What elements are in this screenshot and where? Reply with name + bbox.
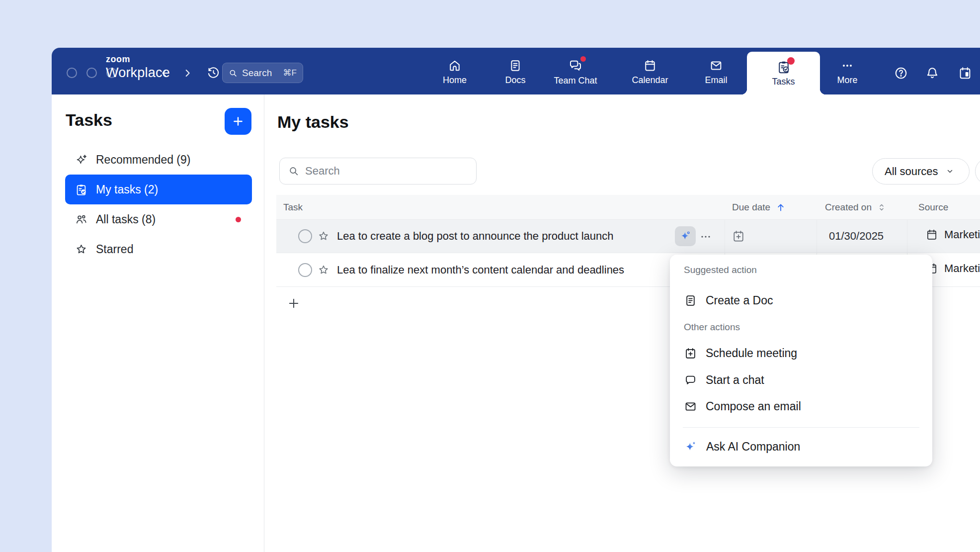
menu-item-label: Compose an email: [706, 400, 801, 413]
search-placeholder: Search: [242, 68, 272, 79]
sidebar-divider[interactable]: [264, 94, 264, 552]
sidebar-item-all-tasks[interactable]: All tasks (8): [65, 204, 252, 234]
star-icon: [75, 243, 88, 256]
sort-both-icon[interactable]: [877, 202, 887, 212]
star-icon[interactable]: [317, 264, 330, 276]
ai-companion-button[interactable]: [675, 226, 696, 246]
menu-section-label: Other actions: [684, 322, 740, 333]
column-divider: [907, 220, 907, 253]
doc-icon: [684, 294, 697, 307]
window-control-minimize[interactable]: [86, 68, 97, 78]
chevron-left-icon: [159, 68, 170, 79]
home-icon: [448, 59, 462, 73]
nav-label: More: [837, 75, 857, 86]
nav-label: Team Chat: [554, 76, 597, 86]
menu-item-label: Schedule meeting: [706, 347, 797, 360]
sidebar-title: Tasks: [66, 110, 112, 130]
history-icon: [206, 66, 221, 80]
chevron-right-icon: [182, 68, 193, 79]
forward-button[interactable]: [182, 68, 193, 79]
source-cell: Marketing: [925, 228, 980, 241]
nav-item-more[interactable]: More: [822, 54, 872, 91]
sidebar-item-label: My tasks (2): [96, 183, 158, 196]
task-checkbox[interactable]: [298, 263, 312, 277]
zoom-workplace-app: zoom Workplace Search ⌘F: [0, 0, 980, 552]
menu-item-create-doc[interactable]: Create a Doc: [684, 289, 922, 311]
sources-filter-value: All sources: [885, 165, 938, 178]
more-icon: [840, 59, 854, 73]
nav-item-tasks-active[interactable]: Tasks: [747, 52, 820, 94]
menu-item-compose-email[interactable]: Compose an email: [684, 395, 922, 417]
menu-item-label: Ask AI Companion: [706, 440, 800, 454]
nav-item-calendar[interactable]: Calendar: [625, 54, 675, 91]
logo-zoom-text: zoom: [106, 55, 170, 64]
search-icon: [229, 69, 238, 78]
menu-item-ask-ai-companion[interactable]: Ask AI Companion: [684, 436, 922, 458]
tasks-search-input[interactable]: Search: [279, 158, 477, 184]
sidebar-item-recommended[interactable]: Recommended (9): [65, 145, 252, 175]
schedule-button[interactable]: [958, 66, 973, 81]
my-tasks-icon: [75, 183, 88, 196]
nav-item-home[interactable]: Home: [430, 54, 480, 91]
menu-item-schedule-meeting[interactable]: Schedule meeting: [684, 342, 922, 364]
search-shortcut: ⌘F: [283, 68, 297, 78]
nav-item-email[interactable]: Email: [691, 54, 741, 91]
column-label: Source: [918, 202, 948, 213]
plus-icon: [231, 114, 245, 128]
bell-icon: [925, 66, 940, 81]
search-icon: [288, 166, 299, 177]
task-actions-menu: Suggested action Create a Doc Other acti…: [670, 255, 932, 466]
nav-label: Docs: [505, 75, 525, 86]
row-more-button[interactable]: [700, 231, 712, 243]
sidebar-item-starred[interactable]: Starred: [65, 234, 252, 264]
task-title[interactable]: Lea to finalize next month’s content cal…: [337, 264, 624, 276]
nav-label: Home: [443, 75, 467, 86]
task-checkbox[interactable]: [298, 229, 312, 243]
calendar-icon: [643, 59, 657, 73]
people-icon: [75, 213, 88, 226]
table-header: Task Due date Created on Source: [276, 195, 980, 220]
nav-item-docs[interactable]: Docs: [490, 54, 540, 91]
sidebar-item-label: All tasks (8): [96, 213, 156, 226]
star-icon[interactable]: [317, 230, 330, 243]
tab-flare: [741, 89, 747, 94]
menu-item-start-chat[interactable]: Start a chat: [684, 369, 922, 391]
global-search-input[interactable]: Search ⌘F: [222, 63, 303, 83]
help-icon: [894, 66, 908, 81]
task-title[interactable]: Lea to create a blog post to announce th…: [337, 230, 614, 243]
window-control-close[interactable]: [67, 68, 77, 78]
calendar-icon: [925, 228, 938, 241]
add-due-date-button[interactable]: [732, 229, 745, 243]
calendar-date-icon: [958, 66, 973, 81]
sidebar-item-my-tasks[interactable]: My tasks (2): [65, 175, 252, 204]
nav-item-team-chat[interactable]: Team Chat: [551, 54, 600, 91]
sources-filter-dropdown[interactable]: All sources: [872, 158, 970, 184]
source-value: Marketing: [944, 262, 980, 275]
calendar-plus-icon: [684, 347, 697, 360]
ai-companion-icon: [684, 440, 698, 454]
help-button[interactable]: [894, 66, 908, 81]
nav-label: Email: [705, 75, 727, 86]
tasks-badge: [787, 57, 795, 65]
sort-ascending-icon[interactable]: [775, 202, 786, 213]
menu-item-label: Create a Doc: [706, 294, 773, 307]
sidebar-item-label: Recommended (9): [96, 153, 190, 167]
nav-label: Tasks: [772, 77, 795, 87]
notifications-button[interactable]: [925, 66, 940, 81]
page-title: My tasks: [277, 112, 349, 132]
chevron-down-icon: [945, 167, 955, 176]
table-row[interactable]: Lea to create a blog post to announce th…: [276, 220, 980, 253]
column-header-task[interactable]: Task: [283, 195, 303, 220]
back-button[interactable]: [159, 68, 170, 79]
column-header-due-date[interactable]: Due date: [732, 195, 786, 220]
created-on-value: 01/30/2025: [829, 230, 884, 243]
tasks-icon: [776, 60, 791, 75]
column-divider: [817, 220, 817, 253]
column-label: Due date: [732, 202, 770, 213]
column-divider: [725, 220, 725, 253]
column-header-created-on[interactable]: Created on: [825, 195, 887, 220]
history-button[interactable]: [206, 66, 221, 80]
add-task-button[interactable]: [225, 108, 251, 135]
column-header-source[interactable]: Source: [918, 195, 948, 220]
nav-label: Calendar: [632, 75, 668, 86]
